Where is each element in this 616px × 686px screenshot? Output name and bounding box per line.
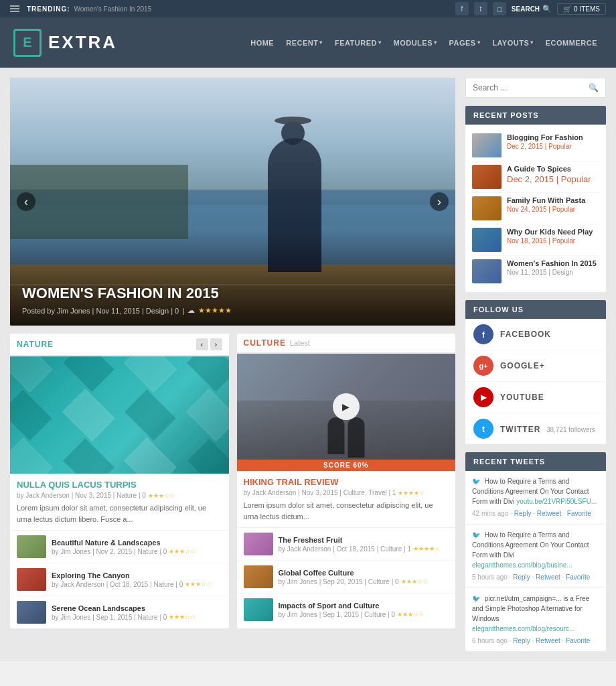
sub-article-thumb (17, 535, 46, 558)
tweet-item: 🐦 How to Require a Terms and Conditions … (465, 525, 606, 588)
nature-next-button[interactable]: › (210, 338, 222, 350)
culture-section-title: CULTURE (244, 338, 286, 348)
cart-icon: 🛒 (563, 5, 571, 13)
tweet-reply-link[interactable]: Reply (513, 637, 530, 644)
nav-modules[interactable]: MODULES ▾ (388, 35, 443, 51)
tweet-bird-icon: 🐦 (472, 595, 480, 602)
recent-post-thumb (472, 165, 502, 189)
youtube-follow-label: YOUTUBE (500, 393, 544, 402)
nav-ecommerce[interactable]: ECOMMERCE (540, 35, 603, 51)
search-button[interactable]: SEARCH 🔍 (512, 5, 552, 13)
recent-post-title[interactable]: A Guide To Spices (507, 165, 599, 173)
nature-section-header: NATURE ‹ › (10, 334, 229, 356)
tweet-reply-link[interactable]: Reply (513, 573, 530, 581)
hero-meta: Posted by Jim Jones | Nov 11, 2015 | Des… (22, 306, 443, 315)
logo[interactable]: E EXTRA (13, 29, 117, 57)
search-icon: 🔍 (589, 83, 599, 92)
nature-article-excerpt: Lorem ipsum dolor sit amet, consectetur … (10, 499, 229, 530)
nav-featured[interactable]: FEATURED ▾ (329, 35, 387, 51)
culture-article-title[interactable]: HIKING TRAIL REVIEW (237, 471, 456, 489)
follow-facebook[interactable]: f FACEBOOK (465, 319, 606, 350)
tweet-link[interactable]: elegantthemes.com/blog/busine... (472, 561, 572, 569)
tweet-retweet-link[interactable]: Retweet (536, 637, 560, 644)
sub-article-title[interactable]: Beautiful Nature & Landscapes (52, 539, 222, 547)
twitter-icon[interactable]: t (474, 2, 487, 15)
sub-article-title[interactable]: Impacts of Sport and Culture (279, 602, 449, 610)
sub-article-thumb (244, 598, 273, 621)
nature-section-title: NATURE (17, 340, 54, 349)
sidebar: 🔍 RECENT POSTS Blogging For Fashion Dec … (465, 78, 606, 651)
sub-article-title[interactable]: Serene Ocean Landscapes (52, 604, 222, 612)
cart-button[interactable]: 🛒 0 ITEMS (557, 3, 606, 15)
hamburger-icon[interactable] (10, 5, 19, 12)
tweet-favorite-link[interactable]: Favorite (566, 573, 590, 581)
recent-post-meta: Nov 24, 2015 | Popular (507, 206, 599, 213)
recent-post-thumb (472, 228, 502, 252)
nature-article-title[interactable]: NULLA QUIS LACUS TURPIS (10, 474, 229, 492)
nav-home[interactable]: HOME (245, 35, 279, 51)
follow-us-header: FOLLOW US (465, 300, 606, 319)
tweet-reply-link[interactable]: Reply (514, 510, 532, 517)
culture-article-meta: by Jack Anderson | Nov 3, 2015 | Culture… (237, 489, 456, 496)
list-item: Blogging For Fashion Dec 2, 2015 | Popul… (472, 130, 599, 161)
slider-prev-button[interactable]: ‹ (17, 192, 35, 211)
recent-post-title[interactable]: Family Fun With Pasta (507, 196, 599, 204)
list-item: Why Our Kids Need Play Nov 18, 2015 | Po… (472, 224, 599, 256)
recent-tweets-widget: RECENT TWEETS 🐦 How to Require a Terms a… (465, 452, 606, 651)
follow-googleplus[interactable]: g+ GOOGLE+ (465, 350, 606, 382)
recent-posts-header: RECENT POSTS (465, 106, 606, 125)
tweet-retweet-link[interactable]: Retweet (536, 573, 560, 581)
tweet-favorite-link[interactable]: Favorite (567, 510, 591, 517)
tweet-item: 🐦 picr.net/utm_campaign=... is a Free an… (465, 588, 606, 651)
nature-main-image (10, 356, 229, 474)
sub-article-meta: by Jim Jones | Sep 1, 2015 | Culture | 0… (279, 611, 449, 618)
list-item: Global Coffee Culture by Jim Jones | Sep… (237, 561, 456, 594)
list-item: A Guide To Spices Dec 2, 2015 | Popular (472, 161, 599, 193)
slider-next-button[interactable]: › (430, 192, 449, 211)
recent-tweets-header: RECENT TWEETS (465, 452, 606, 471)
tweet-retweet-link[interactable]: Retweet (537, 510, 562, 517)
sidebar-search-input[interactable] (473, 83, 589, 92)
twitter-follow-count: 38,721 followers (546, 426, 595, 433)
follow-youtube[interactable]: ▶ YOUTUBE (465, 382, 606, 413)
recent-tweets-body: 🐦 How to Require a Terms and Conditions … (465, 471, 606, 651)
sub-article-meta: by Jack Anderson | Oct 18, 2015 | Cultur… (279, 545, 449, 553)
recent-post-title[interactable]: Blogging For Fashion (507, 133, 599, 141)
culture-section: CULTURE Latest ▶ SCORE 60% HIKING (237, 334, 456, 628)
sub-article-title[interactable]: Global Coffee Culture (279, 569, 449, 577)
list-item: Exploring The Canyon by Jack Anderson | … (10, 563, 229, 596)
nature-section: NATURE ‹ › (10, 334, 229, 628)
list-item: Impacts of Sport and Culture by Jim Jone… (237, 594, 456, 626)
search-label: SEARCH (512, 5, 540, 13)
list-item: Women's Fashion In 2015 Nov 11, 2015 | D… (472, 256, 599, 287)
recent-posts-body: Blogging For Fashion Dec 2, 2015 | Popul… (465, 125, 606, 292)
nature-prev-button[interactable]: ‹ (196, 338, 208, 350)
tweet-link[interactable]: elegantthemes.com/blog/resourc... (472, 625, 574, 632)
tweet-favorite-link[interactable]: Favorite (566, 637, 590, 644)
follow-twitter[interactable]: t TWITTER 38,721 followers (465, 413, 606, 444)
recent-post-title[interactable]: Why Our Kids Need Play (507, 228, 599, 236)
nav-layouts[interactable]: LAYOUTS ▾ (487, 35, 539, 51)
nav-recent[interactable]: RECENT ▾ (281, 35, 328, 51)
culture-article-excerpt: Lorem ipsum dolor sit amet, consectetur … (237, 496, 456, 527)
facebook-follow-icon: f (473, 324, 493, 344)
tweet-bird-icon: 🐦 (472, 478, 480, 485)
nav-pages[interactable]: PAGES ▾ (444, 35, 486, 51)
recent-posts-widget: RECENT POSTS Blogging For Fashion Dec 2,… (465, 106, 606, 292)
sub-article-meta: by Jack Anderson | Oct 18, 2015 | Nature… (52, 581, 222, 588)
googleplus-follow-label: GOOGLE+ (500, 361, 545, 370)
trending-text: Women's Fashion In 2015 (74, 5, 152, 13)
tweet-link[interactable]: youtu.be/21VRPi50LSFU... (516, 498, 597, 505)
instagram-icon[interactable]: ◻ (493, 2, 506, 15)
nature-article-meta: by Jack Anderson | Nov 3, 2015 | Nature … (10, 492, 229, 499)
sub-article-title[interactable]: The Freshest Fruit (279, 536, 449, 544)
culture-video-thumb[interactable]: ▶ SCORE 60% (237, 354, 456, 471)
cart-label: 0 ITEMS (574, 5, 600, 13)
sub-article-title[interactable]: Exploring The Canyon (52, 571, 222, 579)
tweet-bird-icon: 🐦 (472, 531, 480, 539)
hero-title: WOMEN'S FASHION IN 2015 (22, 285, 443, 302)
recent-post-title[interactable]: Women's Fashion In 2015 (507, 259, 599, 267)
culture-section-sub: Latest (290, 339, 310, 347)
facebook-icon[interactable]: f (455, 2, 469, 15)
culture-section-header: CULTURE Latest (237, 334, 456, 354)
